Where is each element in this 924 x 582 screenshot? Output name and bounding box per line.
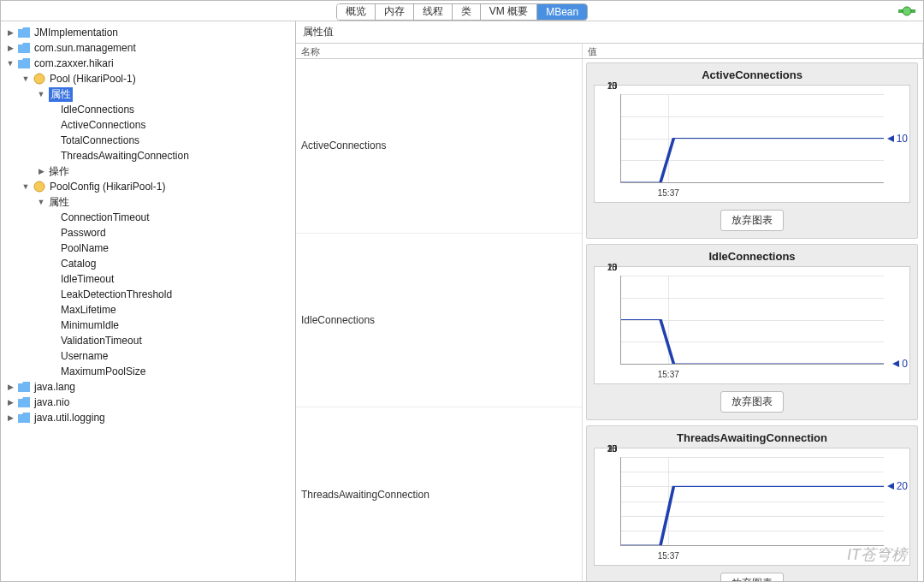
folder-icon xyxy=(18,27,30,38)
disclosure-icon[interactable]: ▼ xyxy=(37,198,45,206)
chart-xlabel: 15:37 xyxy=(658,188,679,198)
tree-label: 属性 xyxy=(49,87,73,102)
main-split: ▶ JMImplementation ▶ com.sun.management … xyxy=(1,21,923,581)
chart-yaxis: 20 15 10 5 0 xyxy=(595,267,620,383)
attribute-names-column: ActiveConnections IdleConnections Thread… xyxy=(296,59,583,581)
tree-node-javautillogging[interactable]: ▶ java.util.logging xyxy=(1,410,295,425)
chart-title: ThreadsAwaitingConnection xyxy=(594,431,910,444)
svg-marker-6 xyxy=(892,360,899,367)
bean-icon xyxy=(33,73,45,85)
attr-row-threadsawaiting[interactable]: ThreadsAwaitingConnection xyxy=(296,407,582,581)
tab-mbean[interactable]: MBean xyxy=(537,4,587,20)
disclosure-icon[interactable]: ▶ xyxy=(6,383,15,391)
attribute-panel: 属性值 名称 值 ActiveConnections IdleConnectio… xyxy=(296,21,923,581)
disclosure-icon[interactable]: ▼ xyxy=(6,59,15,68)
tab-group: 概览 内存 线程 类 VM 概要 MBean xyxy=(336,3,588,21)
tree-label: Pool (HikariPool-1) xyxy=(50,73,136,85)
chart-title: ActiveConnections xyxy=(594,68,910,81)
tree-leaf-totalconnections[interactable]: TotalConnections xyxy=(1,133,295,148)
disclosure-icon[interactable]: ▶ xyxy=(6,398,15,407)
tab-classes[interactable]: 类 xyxy=(453,4,481,20)
tree-leaf-username[interactable]: Username xyxy=(1,348,295,364)
folder-icon xyxy=(18,413,30,423)
mbean-tree[interactable]: ▶ JMImplementation ▶ com.sun.management … xyxy=(1,21,296,581)
disclosure-icon[interactable]: ▼ xyxy=(21,182,30,191)
discard-chart-button[interactable]: 放弃图表 xyxy=(720,210,784,231)
tree-node-poolconfig[interactable]: ▼ PoolConfig (HikariPool-1) xyxy=(1,179,295,194)
chart-yaxis: 30 25 20 15 10 5 0 xyxy=(595,448,620,565)
tree-leaf-maximumpoolsize[interactable]: MaximumPoolSize xyxy=(1,364,295,379)
folder-icon xyxy=(18,58,30,68)
disclosure-icon[interactable]: ▼ xyxy=(37,90,45,98)
attr-row-activeconnections[interactable]: ActiveConnections xyxy=(296,59,582,234)
chart-current-marker: 0 xyxy=(892,358,908,370)
tree-node-comsun[interactable]: ▶ com.sun.management xyxy=(1,40,295,56)
chart-title: IdleConnections xyxy=(594,250,910,263)
tree-leaf-threadsawaiting[interactable]: ThreadsAwaitingConnection xyxy=(1,148,295,163)
tree-leaf-maxlifetime[interactable]: MaxLifetime xyxy=(1,302,295,318)
app-window: 概览 内存 线程 类 VM 概要 MBean ▶ JMImplementatio… xyxy=(0,0,924,582)
svg-point-2 xyxy=(903,7,911,15)
disclosure-icon[interactable]: ▶ xyxy=(37,167,45,175)
tab-memory[interactable]: 内存 xyxy=(376,4,414,20)
attribute-body: ActiveConnections IdleConnections Thread… xyxy=(296,59,923,581)
chart-plot[interactable]: 20 15 10 5 0 xyxy=(594,266,910,384)
bean-icon xyxy=(33,181,45,193)
tree-label: Catalog xyxy=(61,258,96,270)
col-header-value[interactable]: 值 xyxy=(583,44,923,58)
tab-threads[interactable]: 线程 xyxy=(414,4,453,20)
tree-leaf-activeconnections[interactable]: ActiveConnections xyxy=(1,117,295,133)
tree-leaf-catalog[interactable]: Catalog xyxy=(1,256,295,271)
tree-leaf-poolname[interactable]: PoolName xyxy=(1,241,295,256)
disclosure-icon[interactable]: ▼ xyxy=(21,74,30,83)
panel-title: 属性值 xyxy=(296,21,923,44)
tree-node-pool[interactable]: ▼ Pool (HikariPool-1) xyxy=(1,71,295,86)
tree-label: Password xyxy=(61,227,106,239)
tree-label: ThreadsAwaitingConnection xyxy=(61,150,189,162)
folder-icon xyxy=(18,397,30,407)
tree-label: PoolConfig (HikariPool-1) xyxy=(50,181,165,193)
tree-leaf-password[interactable]: Password xyxy=(1,225,295,241)
tree-label: java.lang xyxy=(34,381,75,393)
tree-label: java.nio xyxy=(34,396,69,408)
disclosure-icon[interactable]: ▶ xyxy=(6,413,15,422)
tab-overview[interactable]: 概览 xyxy=(337,4,376,20)
tree-leaf-minimumidle[interactable]: MinimumIdle xyxy=(1,318,295,333)
discard-chart-button[interactable]: 放弃图表 xyxy=(720,573,784,581)
tree-node-pool-attributes[interactable]: ▼ 属性 xyxy=(1,86,295,102)
chart-yaxis: 20 15 10 5 0 xyxy=(595,86,620,202)
tree-label: com.sun.management xyxy=(34,42,136,54)
chart-current-marker: 20 xyxy=(887,480,908,492)
column-headers: 名称 值 xyxy=(296,44,923,59)
chart-idleconnections: IdleConnections 20 15 10 5 0 xyxy=(586,244,918,420)
tree-label: ConnectionTimeout xyxy=(61,211,150,223)
attr-row-idleconnections[interactable]: IdleConnections xyxy=(296,234,582,408)
tree-leaf-connectiontimeout[interactable]: ConnectionTimeout xyxy=(1,210,295,225)
tree-node-poolconfig-attributes[interactable]: ▼ 属性 xyxy=(1,194,295,210)
tree-label: TotalConnections xyxy=(61,134,139,146)
tree-label: java.util.logging xyxy=(34,412,105,424)
tree-leaf-idleconnections[interactable]: IdleConnections xyxy=(1,102,295,117)
chart-plot[interactable]: 20 15 10 5 0 xyxy=(594,85,910,203)
tree-leaf-leakthreshold[interactable]: LeakDetectionThreshold xyxy=(1,287,295,302)
tree-leaf-validationtimeout[interactable]: ValidationTimeout xyxy=(1,333,295,348)
tree-label: IdleConnections xyxy=(61,104,134,116)
tree-label: LeakDetectionThreshold xyxy=(61,288,172,300)
tab-vm-summary[interactable]: VM 概要 xyxy=(481,4,537,20)
disclosure-icon[interactable]: ▶ xyxy=(6,44,15,52)
tree-node-pool-ops[interactable]: ▶ 操作 xyxy=(1,163,295,179)
col-header-name[interactable]: 名称 xyxy=(296,44,583,58)
chart-plot-area: 15:37 20 xyxy=(620,457,884,546)
tree-label: ValidationTimeout xyxy=(61,335,142,347)
disclosure-icon[interactable]: ▶ xyxy=(6,28,15,37)
chart-plot[interactable]: 30 25 20 15 10 5 0 xyxy=(594,448,910,566)
tree-node-jmimpl[interactable]: ▶ JMImplementation xyxy=(1,25,295,40)
tree-node-javanio[interactable]: ▶ java.nio xyxy=(1,395,295,410)
tree-node-javalang[interactable]: ▶ java.lang xyxy=(1,379,295,395)
tree-leaf-idletimeout[interactable]: IdleTimeout xyxy=(1,271,295,287)
tree-label: MinimumIdle xyxy=(61,319,119,331)
svg-marker-5 xyxy=(887,135,894,142)
discard-chart-button[interactable]: 放弃图表 xyxy=(720,391,784,413)
tree-label: MaximumPoolSize xyxy=(61,365,145,377)
tree-node-hikari[interactable]: ▼ com.zaxxer.hikari xyxy=(1,56,295,71)
